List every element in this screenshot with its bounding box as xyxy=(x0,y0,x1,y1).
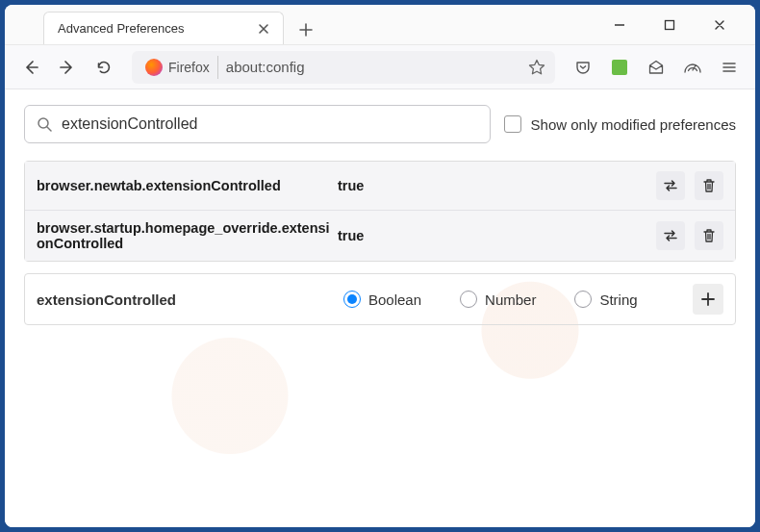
maximize-button[interactable] xyxy=(653,11,686,39)
delete-button[interactable] xyxy=(695,221,723,250)
toggle-icon xyxy=(662,179,679,192)
tab-title: Advanced Preferences xyxy=(58,21,185,36)
identity-label: Firefox xyxy=(168,60,210,75)
mail-open-icon xyxy=(647,59,665,76)
new-tab-button[interactable] xyxy=(291,15,320,44)
firefox-window: Advanced Preferences xyxy=(5,5,755,527)
close-window-button[interactable] xyxy=(703,11,736,39)
url-text: about:config xyxy=(226,59,305,75)
pocket-icon xyxy=(574,59,592,76)
titlebar: Advanced Preferences xyxy=(5,5,755,45)
minimize-button[interactable] xyxy=(603,11,636,39)
search-box[interactable] xyxy=(24,105,491,143)
radio-icon xyxy=(460,291,477,308)
checkbox-icon xyxy=(504,115,521,133)
identity-box[interactable]: Firefox xyxy=(141,56,218,79)
show-modified-checkbox[interactable]: Show only modified preferences xyxy=(504,115,736,133)
svg-rect-0 xyxy=(666,20,674,29)
search-row: Show only modified preferences xyxy=(24,105,736,143)
dashboard-button[interactable] xyxy=(676,51,709,84)
tab-strip: Advanced Preferences xyxy=(5,5,603,44)
pref-value: true xyxy=(338,178,648,193)
show-modified-label: Show only modified preferences xyxy=(531,116,736,133)
reload-button[interactable] xyxy=(88,51,120,84)
trash-icon xyxy=(702,228,716,243)
search-input[interactable] xyxy=(62,115,478,133)
pocket-button[interactable] xyxy=(567,51,599,84)
radio-icon xyxy=(343,291,361,308)
reload-icon xyxy=(95,59,113,76)
radio-boolean[interactable]: Boolean xyxy=(343,291,421,308)
toggle-button[interactable] xyxy=(656,171,685,200)
add-pref-row: extensionControlled Boolean Number Strin… xyxy=(24,273,736,325)
pref-row[interactable]: browser.newtab.extensionControlled true xyxy=(25,162,735,211)
bookmark-star-button[interactable] xyxy=(528,59,545,76)
url-bar[interactable]: Firefox about:config xyxy=(132,51,555,84)
maximize-icon xyxy=(664,19,675,31)
radio-label: Boolean xyxy=(368,291,421,308)
close-icon xyxy=(713,18,726,32)
minimize-icon xyxy=(613,18,626,32)
pref-list: browser.newtab.extensionControlled true … xyxy=(24,161,736,262)
pref-name: browser.startup.homepage_override.extens… xyxy=(37,220,330,251)
close-icon xyxy=(258,23,269,35)
pref-name: browser.newtab.extensionControlled xyxy=(37,178,330,193)
pref-actions xyxy=(656,221,723,250)
radio-label: Number xyxy=(485,291,536,308)
plus-icon xyxy=(298,22,314,38)
new-pref-name: extensionControlled xyxy=(37,291,330,308)
arrow-right-icon xyxy=(59,59,76,76)
toggle-icon xyxy=(662,229,679,242)
nav-toolbar: Firefox about:config xyxy=(5,45,755,89)
about-config-content: Show only modified preferences browser.n… xyxy=(5,89,755,527)
firefox-logo-icon xyxy=(145,59,163,76)
close-tab-button[interactable] xyxy=(254,19,273,38)
window-controls xyxy=(603,11,755,39)
extension-button[interactable] xyxy=(603,51,636,84)
mail-button[interactable] xyxy=(640,51,672,84)
extension-icon xyxy=(612,60,627,75)
type-radio-group: Boolean Number String xyxy=(343,291,679,308)
arrow-left-icon xyxy=(22,59,39,76)
pref-actions xyxy=(656,171,723,200)
app-menu-button[interactable] xyxy=(713,51,746,84)
pref-row[interactable]: browser.startup.homepage_override.extens… xyxy=(25,211,735,261)
forward-button[interactable] xyxy=(51,51,84,84)
add-pref-button[interactable] xyxy=(693,284,723,315)
radio-number[interactable]: Number xyxy=(460,291,536,308)
back-button[interactable] xyxy=(14,51,47,84)
search-icon xyxy=(37,116,52,132)
tab-advanced-preferences[interactable]: Advanced Preferences xyxy=(43,12,284,44)
plus-icon xyxy=(700,291,716,307)
delete-button[interactable] xyxy=(695,171,723,200)
trash-icon xyxy=(702,178,716,193)
star-icon xyxy=(528,59,545,76)
toggle-button[interactable] xyxy=(656,221,685,250)
pref-value: true xyxy=(338,228,648,243)
radio-string[interactable]: String xyxy=(574,291,637,308)
radio-label: String xyxy=(599,291,637,308)
gauge-icon xyxy=(683,59,702,76)
radio-icon xyxy=(574,291,592,308)
hamburger-icon xyxy=(722,60,737,75)
